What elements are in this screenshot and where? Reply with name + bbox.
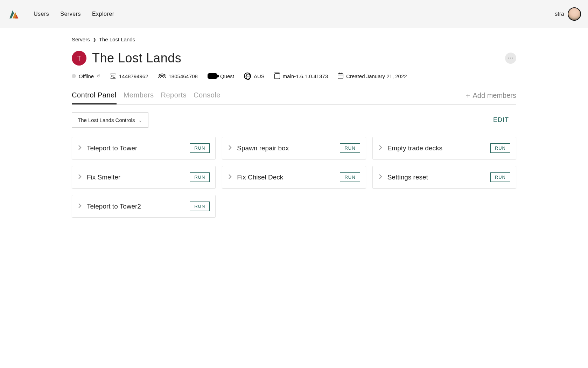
control-card: Empty trade decks RUN [372, 137, 516, 159]
breadcrumb-root[interactable]: Servers [72, 36, 90, 42]
topbar: Users Servers Explorer stra [0, 0, 588, 28]
chevron-right-icon[interactable] [78, 145, 82, 152]
chevron-right-icon[interactable] [228, 174, 232, 181]
stack-icon [274, 73, 280, 79]
tab-reports[interactable]: Reports [161, 91, 187, 104]
control-card: Teleport to Tower RUN [72, 137, 216, 159]
run-button[interactable]: RUN [190, 202, 210, 211]
user-name: stra [555, 11, 564, 17]
status-dot-icon [72, 74, 76, 78]
logo[interactable] [7, 8, 20, 20]
tabs: Control Panel Members Reports Console [72, 91, 220, 104]
server-badge: T [72, 51, 86, 66]
control-card: Teleport to Tower2 RUN [72, 195, 216, 218]
run-button[interactable]: RUN [340, 143, 360, 153]
chevron-right-icon[interactable] [78, 203, 82, 210]
control-card-title: Settings reset [387, 173, 485, 181]
tab-control-panel[interactable]: Control Panel [72, 91, 117, 104]
more-actions-button[interactable]: ··· [505, 53, 516, 64]
add-members-button[interactable]: ＋ Add members [464, 91, 517, 104]
chevron-right-icon[interactable] [378, 174, 383, 181]
tabs-row: Control Panel Members Reports Console ＋ … [72, 91, 516, 105]
calendar-icon [338, 73, 343, 79]
controls-dropdown[interactable]: The Lost Lands Controls ⌄ [72, 113, 148, 128]
chevron-right-icon[interactable] [78, 174, 82, 181]
avatar[interactable] [568, 7, 581, 21]
main: Servers ❯ The Lost Lands T The Lost Land… [72, 28, 516, 218]
refresh-icon[interactable]: ↻ [97, 74, 100, 79]
nav-links: Users Servers Explorer [34, 11, 114, 17]
plus-icon: ＋ [464, 91, 471, 100]
dropdown-label: The Lost Lands Controls [78, 117, 135, 123]
status: Offline ↻ [72, 73, 100, 79]
user-area[interactable]: stra [555, 7, 581, 21]
svg-point-4 [159, 74, 160, 76]
created-date: Created January 21, 2022 [338, 73, 407, 79]
region: AUS [244, 73, 265, 80]
id-card-icon [110, 74, 116, 79]
control-card-title: Teleport to Tower2 [87, 203, 185, 210]
tab-members[interactable]: Members [124, 91, 154, 104]
page-title: The Lost Lands [92, 51, 181, 66]
svg-point-3 [161, 74, 163, 76]
control-card-title: Fix Smelter [87, 173, 185, 181]
run-button[interactable]: RUN [190, 172, 210, 182]
server-meta: Offline ↻ 1448794962 1805464708 Quest AU… [72, 73, 516, 80]
server-header: T The Lost Lands ··· [72, 51, 516, 66]
server-id: 1448794962 [110, 73, 148, 79]
globe-icon [244, 73, 251, 80]
control-card: Fix Smelter RUN [72, 166, 216, 189]
control-bar: The Lost Lands Controls ⌄ EDIT [72, 112, 516, 128]
chevron-down-icon: ⌄ [138, 117, 142, 123]
group-icon [158, 73, 166, 80]
version-value: main-1.6.1.0.41373 [283, 73, 328, 79]
add-members-label: Add members [473, 91, 517, 100]
status-label: Offline [79, 73, 94, 79]
controls-grid: Teleport to Tower RUN Spawn repair box R… [72, 137, 516, 218]
nav-explorer[interactable]: Explorer [92, 11, 114, 17]
svg-point-5 [163, 74, 165, 76]
chevron-right-icon[interactable] [228, 145, 232, 152]
control-card-title: Empty trade decks [387, 144, 485, 152]
chevron-right-icon: ❯ [93, 37, 96, 42]
control-card: Spawn repair box RUN [222, 137, 366, 159]
tab-console[interactable]: Console [194, 91, 220, 104]
breadcrumb: Servers ❯ The Lost Lands [72, 36, 516, 42]
control-card: Settings reset RUN [372, 166, 516, 189]
control-card-title: Spawn repair box [237, 144, 335, 152]
run-button[interactable]: RUN [490, 143, 510, 153]
platform-value: Quest [220, 73, 234, 79]
group-id: 1805464708 [158, 73, 198, 80]
region-value: AUS [254, 73, 265, 79]
chevron-right-icon[interactable] [378, 145, 383, 152]
created-date-value: Created January 21, 2022 [346, 73, 407, 79]
run-button[interactable]: RUN [190, 143, 210, 153]
breadcrumb-current: The Lost Lands [99, 36, 135, 42]
run-button[interactable]: RUN [490, 172, 510, 182]
group-id-value: 1805464708 [169, 73, 198, 79]
version: main-1.6.1.0.41373 [274, 73, 328, 79]
control-card-title: Fix Chisel Deck [237, 173, 335, 181]
control-card: Fix Chisel Deck RUN [222, 166, 366, 189]
nav-servers[interactable]: Servers [60, 11, 81, 17]
nav-users[interactable]: Users [34, 11, 49, 17]
run-button[interactable]: RUN [340, 172, 360, 182]
server-id-value: 1448794962 [119, 73, 148, 79]
control-card-title: Teleport to Tower [87, 144, 185, 152]
platform: Quest [208, 73, 234, 79]
edit-button[interactable]: EDIT [486, 112, 516, 128]
headset-icon [208, 73, 217, 79]
